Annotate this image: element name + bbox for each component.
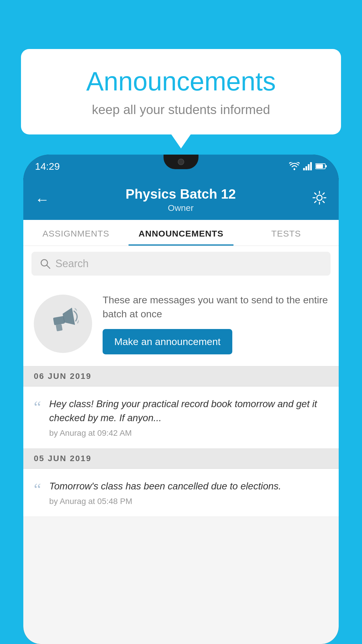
svg-rect-4 [310,162,312,170]
svg-rect-6 [316,164,323,168]
quote-icon-2: “ [34,481,41,497]
announcement-meta-1: by Anurag at 09:42 AM [49,428,328,438]
svg-rect-3 [308,164,310,170]
date-header-1: 06 JUN 2019 [23,366,339,386]
svg-rect-7 [326,165,327,167]
announcement-content-1: Hey class! Bring your practical record b… [49,397,328,438]
notch [164,155,198,169]
promo-icon-circle [34,295,92,353]
bubble-title: Announcements [44,66,318,97]
tabs-container: ASSIGNMENTS ANNOUNCEMENTS TESTS [23,220,339,246]
wifi-icon [289,162,300,170]
search-placeholder: Search [55,258,89,270]
gear-icon [312,190,327,205]
svg-rect-13 [56,324,63,331]
promo-description: These are messages you want to send to t… [103,293,328,321]
settings-button[interactable] [312,190,327,209]
app-header: ← Physics Batch 12 Owner [23,178,339,220]
announcement-content-2: Tomorrow's class has been cancelled due … [49,479,328,506]
back-button[interactable]: ← [35,191,50,208]
tab-assignments[interactable]: ASSIGNMENTS [23,220,129,246]
speech-bubble-section: Announcements keep all your students inf… [21,49,341,134]
svg-point-8 [317,195,322,200]
promo-right: These are messages you want to send to t… [103,293,328,354]
search-bar-container: Search [23,246,339,281]
announcement-text-1: Hey class! Bring your practical record b… [49,397,328,425]
battery-icon [315,163,327,169]
speech-bubble: Announcements keep all your students inf… [21,49,341,134]
phone-frame: 14:29 ← [23,155,339,644]
svg-rect-2 [305,166,307,170]
bubble-subtitle: keep all your students informed [44,102,318,117]
header-center: Physics Batch 12 Owner [50,186,312,213]
announcement-promo: These are messages you want to send to t… [23,281,339,366]
svg-point-0 [294,168,295,170]
announcement-text-2: Tomorrow's class has been cancelled due … [49,479,328,493]
quote-icon-1: “ [34,399,41,415]
header-title: Physics Batch 12 [50,186,312,202]
signal-icon [303,162,312,170]
status-time: 14:29 [35,161,60,172]
make-announcement-button[interactable]: Make an announcement [103,329,232,354]
search-bar[interactable]: Search [31,252,331,276]
search-icon [40,258,51,269]
svg-marker-11 [62,307,75,326]
status-bar: 14:29 [23,155,339,178]
header-subtitle: Owner [50,203,312,213]
megaphone-icon [44,302,82,345]
announcement-item-2[interactable]: “ Tomorrow's class has been cancelled du… [23,469,339,517]
svg-rect-12 [53,316,65,325]
tab-announcements[interactable]: ANNOUNCEMENTS [129,220,234,246]
status-icons [289,162,327,170]
camera [178,159,184,165]
tab-tests[interactable]: TESTS [233,220,339,246]
svg-line-10 [47,265,50,268]
announcement-item-1[interactable]: “ Hey class! Bring your practical record… [23,386,339,449]
svg-rect-1 [303,168,305,170]
date-header-2: 05 JUN 2019 [23,449,339,469]
phone-screen: Search These are [23,246,339,644]
announcement-meta-2: by Anurag at 05:48 PM [49,497,328,506]
